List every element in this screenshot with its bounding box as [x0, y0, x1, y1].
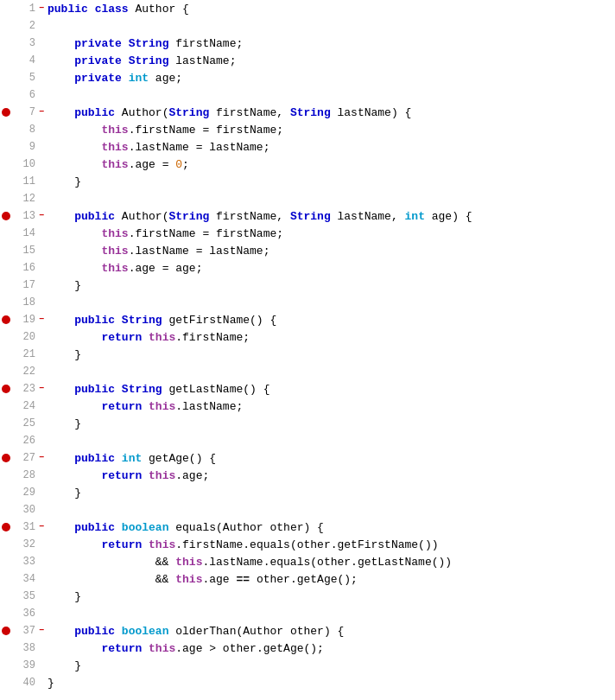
token-plain: getLastName() { — [162, 383, 270, 396]
line-gutter: 24 — [0, 398, 48, 415]
line-gutter: 10 — [0, 156, 48, 173]
token-plain: .age — [202, 573, 236, 586]
token-plain: } — [74, 348, 81, 361]
code-line: } — [48, 415, 615, 432]
code-line: && this.age == other.getAge(); — [48, 570, 615, 588]
token-plain: Author { — [129, 3, 189, 16]
breakpoint-dot — [2, 315, 10, 324]
token-plain — [48, 521, 74, 534]
line-gutter: 34 — [0, 570, 48, 588]
token-plain — [48, 452, 74, 465]
breakpoint-zone[interactable] — [0, 108, 12, 117]
collapse-icon: − — [39, 523, 44, 531]
token-plain: .firstName; — [175, 331, 250, 344]
code-line: } — [48, 346, 615, 363]
line-number: 21 — [12, 348, 35, 360]
line-gutter: 4 — [0, 52, 48, 69]
line-number: 24 — [12, 400, 35, 412]
line-row: 7− public Author(String firstName, Strin… — [0, 104, 615, 121]
token-kw: private — [74, 37, 122, 50]
collapse-zone[interactable]: − — [35, 523, 48, 531]
line-number: 28 — [12, 469, 35, 481]
token-plain — [48, 262, 101, 275]
code-line: && this.lastName.equals(other.getLastNam… — [48, 553, 615, 570]
code-line: public int getAge() { — [48, 449, 615, 467]
line-number: 26 — [12, 435, 35, 447]
token-plain: getFirstName() { — [162, 314, 277, 327]
line-row: 10 this.age = 0; — [0, 156, 615, 173]
token-kw-this: this — [101, 124, 128, 137]
collapse-zone[interactable]: − — [35, 385, 48, 393]
line-row: 3 private String firstName; — [0, 35, 615, 52]
line-gutter: 27− — [0, 449, 48, 467]
code-line: } — [48, 484, 615, 501]
line-number: 38 — [12, 642, 35, 654]
token-plain: .firstName = firstName; — [129, 124, 283, 137]
line-row: 37− public boolean olderThan(Author othe… — [0, 622, 615, 640]
breakpoint-zone[interactable] — [0, 454, 12, 462]
token-kw: return — [101, 400, 142, 413]
line-row: 8 this.firstName = firstName; — [0, 121, 615, 138]
token-plain: firstName, — [209, 210, 290, 223]
token-plain — [48, 417, 74, 430]
token-kw: String — [290, 210, 331, 223]
breakpoint-zone[interactable] — [0, 212, 12, 220]
line-gutter: 35 — [0, 588, 48, 605]
line-gutter: 25 — [0, 415, 48, 432]
token-plain — [48, 383, 74, 396]
breakpoint-dot — [2, 454, 10, 462]
line-gutter: 6 — [0, 86, 48, 104]
token-kw-this: this — [149, 642, 175, 655]
line-gutter: 23− — [0, 380, 48, 398]
token-kw: String — [129, 37, 169, 50]
token-plain — [115, 452, 122, 465]
line-row: 26 — [0, 432, 615, 449]
token-plain — [48, 400, 101, 413]
token-kw: public — [74, 452, 115, 465]
token-kw: class — [95, 3, 129, 16]
collapse-zone[interactable]: − — [35, 108, 48, 117]
token-plain: } — [48, 677, 54, 690]
breakpoint-zone[interactable] — [0, 315, 12, 324]
code-line: } — [48, 173, 615, 190]
token-plain — [48, 37, 74, 50]
token-kw: String — [122, 383, 162, 396]
collapse-icon: − — [39, 108, 44, 117]
token-kw: public — [74, 383, 115, 396]
breakpoint-zone[interactable] — [0, 523, 12, 531]
token-plain — [48, 590, 74, 603]
token-plain — [48, 279, 74, 292]
line-row: 20 return this.firstName; — [0, 328, 615, 346]
collapse-zone[interactable]: − — [35, 212, 48, 220]
token-kw-this: this — [101, 141, 128, 154]
line-row: 5 private int age; — [0, 69, 615, 86]
breakpoint-zone[interactable] — [0, 385, 12, 393]
line-gutter: 36 — [0, 605, 48, 622]
collapse-zone[interactable]: − — [35, 454, 48, 462]
token-kw-this: this — [149, 469, 175, 482]
line-number: 13 — [12, 210, 35, 222]
line-gutter: 15 — [0, 242, 48, 259]
line-gutter: 5 — [0, 69, 48, 86]
token-plain: } — [74, 590, 81, 603]
collapse-zone[interactable]: − — [35, 627, 48, 635]
code-line: public boolean olderThan(Author other) { — [48, 622, 615, 640]
line-gutter: 2 — [0, 17, 48, 35]
token-plain: } — [74, 417, 81, 430]
collapse-icon: − — [39, 4, 44, 13]
token-plain: Author( — [115, 106, 168, 119]
token-kw-this: this — [175, 573, 202, 586]
token-kw: public — [74, 106, 115, 119]
collapse-zone[interactable]: − — [35, 315, 48, 324]
code-line: } — [48, 277, 615, 294]
token-type-special: int — [405, 210, 425, 223]
code-line: private int age; — [48, 69, 615, 86]
code-line — [48, 432, 615, 449]
token-kw-this: this — [149, 400, 175, 413]
token-plain — [48, 538, 101, 551]
collapse-zone[interactable]: − — [35, 4, 48, 13]
token-plain: equals(Author other) { — [168, 521, 323, 534]
line-number: 7 — [12, 106, 35, 118]
code-line: return this.firstName.equals(other.getFi… — [48, 536, 615, 553]
breakpoint-zone[interactable] — [0, 627, 12, 635]
